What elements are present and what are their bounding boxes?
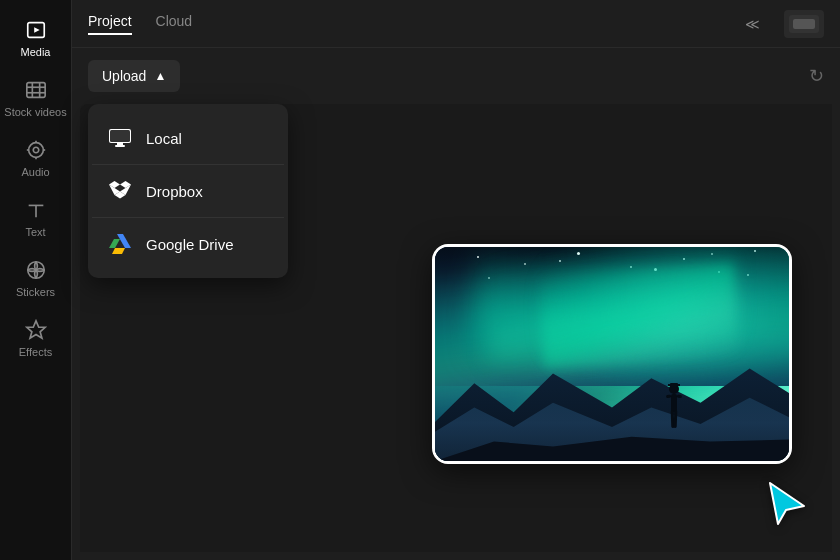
stock-videos-icon — [24, 78, 48, 102]
sidebar-item-media[interactable]: Media — [0, 8, 71, 68]
svg-rect-2 — [26, 83, 44, 98]
sidebar-item-effects[interactable]: Effects — [0, 308, 71, 368]
sidebar-item-stock-videos[interactable]: Stock videos — [0, 68, 71, 128]
sidebar-label-text: Text — [25, 226, 45, 238]
preview-image-container — [432, 244, 792, 464]
svg-rect-36 — [668, 384, 680, 386]
google-drive-label: Google Drive — [146, 236, 234, 253]
panel-thumb[interactable] — [784, 10, 824, 38]
sidebar: Media Stock videos Audio — [0, 0, 72, 560]
svg-rect-41 — [673, 410, 677, 428]
sidebar-item-stickers[interactable]: Stickers — [0, 248, 71, 308]
svg-rect-37 — [671, 394, 677, 412]
preview-image — [435, 247, 789, 461]
upload-button[interactable]: Upload ▲ — [88, 60, 180, 92]
svg-rect-38 — [666, 395, 671, 399]
svg-marker-29 — [109, 239, 120, 248]
toolbar: Upload ▲ ↻ Local — [72, 48, 840, 104]
svg-marker-1 — [34, 27, 40, 33]
upload-label: Upload — [102, 68, 146, 84]
sidebar-label-media: Media — [21, 46, 51, 58]
person-silhouette — [665, 382, 683, 437]
dropbox-icon — [108, 179, 132, 203]
svg-rect-20 — [110, 130, 130, 142]
svg-marker-28 — [117, 234, 131, 248]
svg-rect-21 — [117, 143, 123, 145]
svg-rect-40 — [670, 410, 674, 428]
chevron-up-icon: ▲ — [154, 69, 166, 83]
text-icon — [24, 198, 48, 222]
tab-cloud[interactable]: Cloud — [156, 13, 193, 35]
sidebar-label-stock-videos: Stock videos — [4, 106, 66, 118]
sidebar-label-effects: Effects — [19, 346, 52, 358]
dropbox-label: Dropbox — [146, 183, 203, 200]
local-label: Local — [146, 130, 182, 147]
upload-dropdown: Local Dropbox — [88, 104, 288, 278]
dropdown-item-local[interactable]: Local — [88, 112, 288, 164]
dropdown-item-google-drive[interactable]: Google Drive — [88, 218, 288, 270]
stickers-icon — [24, 258, 48, 282]
svg-marker-42 — [770, 483, 804, 524]
refresh-icon[interactable]: ↻ — [809, 65, 824, 87]
collapse-icon[interactable]: ≪ — [745, 16, 760, 32]
cursor-arrow — [762, 478, 812, 532]
tab-bar: Project Cloud ≪ — [72, 0, 840, 48]
svg-point-8 — [33, 147, 39, 153]
media-icon — [24, 18, 48, 42]
effects-icon — [24, 318, 48, 342]
svg-rect-22 — [115, 145, 125, 147]
drive-icon — [108, 232, 132, 256]
tab-project[interactable]: Project — [88, 13, 132, 35]
dropdown-item-dropbox[interactable]: Dropbox — [88, 165, 288, 217]
svg-rect-39 — [677, 395, 682, 399]
sidebar-item-text[interactable]: Text — [0, 188, 71, 248]
svg-marker-30 — [112, 248, 125, 254]
sidebar-label-audio: Audio — [21, 166, 49, 178]
svg-point-7 — [28, 143, 43, 158]
sidebar-item-audio[interactable]: Audio — [0, 128, 71, 188]
svg-rect-18 — [793, 19, 815, 29]
main-panel: Project Cloud ≪ Upload ▲ ↻ — [72, 0, 840, 560]
sidebar-label-stickers: Stickers — [16, 286, 55, 298]
monitor-icon — [108, 126, 132, 150]
audio-icon — [24, 138, 48, 162]
svg-marker-16 — [26, 321, 44, 338]
